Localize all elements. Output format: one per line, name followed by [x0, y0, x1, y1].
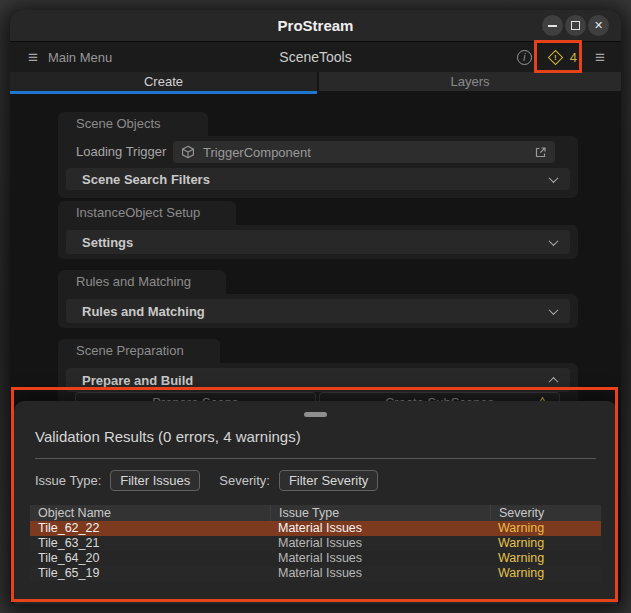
group-rules-matching: Rules and Matching: [58, 294, 578, 328]
table-row[interactable]: Tile_65_19 Material Issues Warning: [30, 566, 601, 581]
warning-diamond-icon: !: [548, 49, 564, 65]
tab-layers[interactable]: Layers: [319, 72, 621, 91]
severity-label: Severity:: [219, 473, 270, 488]
cube-icon: [181, 145, 195, 159]
validation-table: Object Name Issue Type Severity Tile_62_…: [30, 505, 601, 581]
loading-trigger-field[interactable]: TriggerComponent: [173, 141, 555, 163]
minimize-button[interactable]: [542, 15, 563, 36]
overflow-menu-icon[interactable]: ≡: [595, 49, 605, 66]
group-label-scene-objects: Scene Objects: [58, 112, 208, 136]
filter-row: Issue Type: Filter Issues Severity: Filt…: [35, 468, 378, 492]
rules-matching-label: Rules and Matching: [82, 304, 205, 319]
rules-matching-header[interactable]: Rules and Matching: [66, 299, 570, 323]
divider: [35, 458, 596, 459]
group-scene-objects: Loading Trigger TriggerComponent Scene S…: [58, 136, 578, 198]
table-header-row: Object Name Issue Type Severity: [30, 505, 601, 521]
header-severity[interactable]: Severity: [490, 505, 601, 521]
filter-severity-button[interactable]: Filter Severity: [279, 470, 378, 491]
screen: ProStream ✕ ≡ Main Menu SceneTools i ! 4…: [0, 0, 631, 613]
maximize-button[interactable]: [565, 15, 586, 36]
scene-search-filters-header[interactable]: Scene Search Filters: [66, 168, 570, 190]
prepare-and-build-header[interactable]: Prepare and Build: [66, 368, 570, 392]
group-label-instance-setup: InstanceObject Setup: [58, 201, 236, 225]
header-issue-type[interactable]: Issue Type: [270, 505, 490, 521]
table-row[interactable]: Tile_63_21 Material Issues Warning: [30, 536, 601, 551]
group-instance-setup: Settings: [58, 225, 578, 259]
issue-type-label: Issue Type:: [35, 473, 101, 488]
header-object-name[interactable]: Object Name: [30, 505, 270, 521]
app-window: ProStream ✕ ≡ Main Menu SceneTools i ! 4…: [10, 10, 621, 604]
warning-badge[interactable]: ! 4: [548, 50, 579, 65]
active-tab-underline: [10, 91, 317, 94]
filter-issues-button[interactable]: Filter Issues: [110, 470, 200, 491]
tab-create[interactable]: Create: [10, 72, 317, 91]
window-title: ProStream: [10, 10, 621, 42]
scene-search-filters-label: Scene Search Filters: [82, 172, 210, 187]
warning-count: 4: [570, 50, 577, 65]
loading-trigger-label: Loading Trigger: [76, 141, 166, 163]
chevron-down-icon: [549, 236, 559, 246]
validation-panel: Validation Results (0 errors, 4 warnings…: [14, 401, 617, 604]
group-label-scene-preparation: Scene Preparation: [58, 339, 220, 363]
open-external-icon[interactable]: [534, 146, 547, 159]
table-row[interactable]: Tile_62_22 Material Issues Warning: [30, 521, 601, 536]
loading-trigger-value: TriggerComponent: [203, 145, 526, 160]
prepare-and-build-label: Prepare and Build: [82, 373, 193, 388]
minimize-icon: [548, 25, 557, 27]
settings-label: Settings: [82, 235, 133, 250]
title-bar[interactable]: ProStream ✕: [10, 10, 621, 42]
maximize-icon: [571, 21, 580, 30]
chevron-down-icon: [549, 305, 559, 315]
drag-handle[interactable]: [304, 412, 327, 417]
close-button[interactable]: ✕: [588, 15, 609, 36]
toolbar: ≡ Main Menu SceneTools i ! 4 ≡: [10, 42, 621, 72]
chevron-up-icon: [549, 376, 559, 386]
group-label-rules-matching: Rules and Matching: [58, 270, 226, 294]
window-controls: ✕: [542, 15, 609, 36]
close-icon: ✕: [594, 19, 603, 32]
table-row[interactable]: Tile_64_20 Material Issues Warning: [30, 551, 601, 566]
info-icon[interactable]: i: [517, 50, 532, 65]
chevron-down-icon: [549, 173, 559, 183]
tab-bar: Create Layers: [10, 72, 621, 94]
validation-title: Validation Results (0 errors, 4 warnings…: [35, 428, 301, 445]
settings-header[interactable]: Settings: [66, 230, 570, 254]
